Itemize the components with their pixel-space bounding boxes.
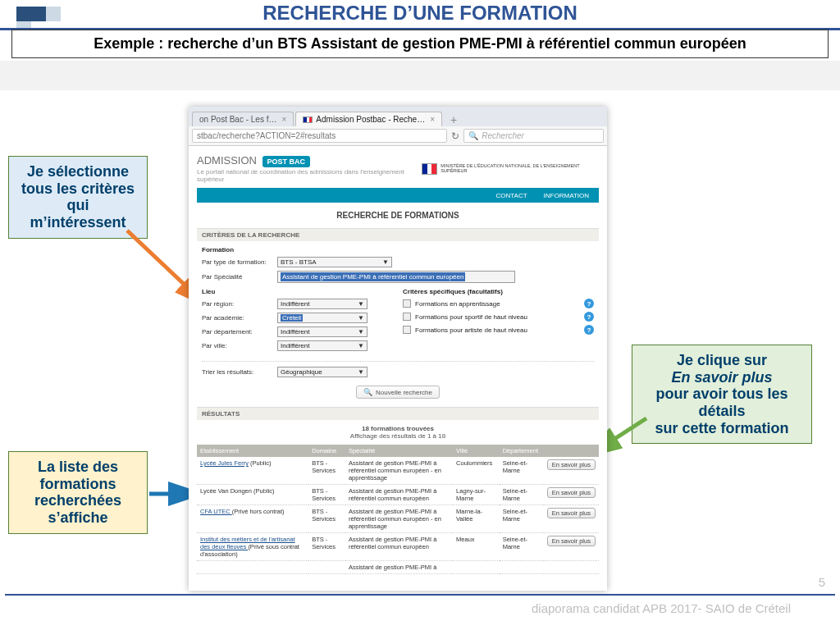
chevron-down-icon: ▼ [358,300,364,308]
slide-footer: diaporama candidat APB 2017- SAIO de Cré… [532,601,791,615]
en-savoir-plus-button[interactable]: En savoir plus [547,487,596,498]
select-value: Géographique [281,368,322,376]
chevron-down-icon: ▼ [358,368,364,376]
formation-label: Formation [202,246,594,253]
slide-title: RECHERCHE D’UNE FORMATION [0,0,840,30]
browser-tab-inactive[interactable]: on Post Bac - Les f… × [192,112,294,126]
background-bar [0,61,840,90]
label-departement: Par département: [202,328,277,336]
table-row: Lycée Jules Ferry (Public)BTS - Services… [197,457,599,485]
cell-domaine: BTS - Services [308,505,345,533]
table-row: Assistant de gestion PME-PMI à [197,561,599,574]
table-row: Institut des métiers et de l'artisanat d… [197,533,599,561]
search-form: Formation Par type de formation: BTS - B… [197,241,599,407]
info-icon[interactable]: ? [584,299,594,308]
select-ville[interactable]: Indifférent▼ [277,340,368,351]
cell-departement: Seine-et-Marne [500,505,544,533]
url-field[interactable]: stbac/recherche?ACTION=2#resultats [192,129,447,143]
slide-subtitle: Exemple : recherche d’un BTS Assistant d… [11,30,829,58]
nouvelle-recherche-button[interactable]: 🔍 Nouvelle recherche [356,386,440,399]
col-departement: Département [500,445,544,457]
flag-icon [422,163,437,175]
label-type-formation: Par type de formation: [202,258,277,266]
etablissement-link[interactable]: CFA UTEC [200,508,232,515]
en-savoir-plus-button[interactable]: En savoir plus [547,536,596,546]
logo-text: ADMISSION [197,154,257,167]
select-academie[interactable]: Créteil▼ [277,313,368,323]
etablissement-link[interactable]: Lycée Jules Ferry [200,459,249,467]
select-tri[interactable]: Géographique▼ [277,367,368,377]
info-icon[interactable]: ? [584,325,594,335]
new-tab-button[interactable]: + [444,113,463,126]
nav-contact[interactable]: CONTACT [496,192,527,199]
checkbox-icon [403,299,411,308]
nav-information[interactable]: INFORMATION [544,192,589,199]
cell-etablissement: Institut des métiers et de l'artisanat d… [197,533,308,561]
button-label: Nouvelle recherche [376,389,432,396]
info-icon[interactable]: ? [584,312,594,322]
cell-specialite: Assistant de gestion PME-PMI à référenti… [345,505,453,533]
results-count: 18 formations trouvées [197,425,599,432]
cell-departement: Seine-et-Marne [500,533,544,561]
criteria-header: CRITÈRES DE LA RECHERCHE [197,228,599,241]
cell-action: En savoir plus [544,505,599,533]
browser-screenshot: on Post Bac - Les f… × Admission Postbac… [189,107,607,591]
cell-action: En savoir plus [544,485,599,505]
select-region[interactable]: Indifférent▼ [277,299,368,309]
page-heading: RECHERCHE DE FORMATIONS [197,203,599,228]
label-academie: Par académie: [202,314,277,322]
checkbox-label: Formations en apprentissage [415,300,500,308]
url-bar: stbac/recherche?ACTION=2#resultats ↻ 🔍 R… [189,126,607,146]
cell-domaine: BTS - Services [308,533,345,561]
cell-departement: Seine-et-Marne [500,457,544,485]
checkbox-artiste[interactable]: Formations pour artiste de haut niveau? [403,325,594,335]
browser-tab-active[interactable]: Admission Postbac - Reche… × [295,112,442,126]
results-table: Etablissement Domaine Spécialité Ville D… [197,445,599,574]
ministry-text: MINISTÈRE DE L'ÉDUCATION NATIONALE, DE L… [441,164,599,173]
select-value: Indifférent [281,342,309,349]
cell-departement [500,561,544,574]
label-specialite: Par Spécialité [202,273,277,281]
select-value: Assistant de gestion PME-PMI à référenti… [281,272,465,281]
etablissement-link[interactable]: Institut des métiers et de l'artisanat d… [200,536,295,550]
callout-text: Je clique sur [677,352,767,368]
criteres-facultatifs-label: Critères spécifiques (facultatifs) [403,288,594,295]
results-summary: 18 formations trouvées Affichage des rés… [197,420,599,445]
col-ville: Ville [453,445,500,457]
callout-results-list: La liste des formations recherchées s’af… [8,451,148,534]
search-placeholder: Rechercher [482,131,524,140]
select-departement[interactable]: Indifférent▼ [277,326,368,337]
select-specialite[interactable]: Assistant de gestion PME-PMI à référenti… [277,271,515,283]
search-field[interactable]: 🔍 Rechercher [463,129,604,143]
cell-domaine: BTS - Services [308,457,345,485]
callout-text: sur cette formation [655,420,788,436]
en-savoir-plus-button[interactable]: En savoir plus [547,508,596,518]
en-savoir-plus-button[interactable]: En savoir plus [547,459,596,470]
search-icon: 🔍 [468,131,478,140]
cell-etablissement: Lycée Jules Ferry (Public) [197,457,308,485]
cell-domaine [308,561,345,574]
select-value: Indifférent [281,328,309,336]
results-header: RÉSULTATS [197,407,599,420]
cell-specialite: Assistant de gestion PME-PMI à [345,561,453,574]
reload-icon[interactable]: ↻ [447,130,463,142]
cell-etablissement [197,561,308,574]
cell-ville: Marne-la-Vallée [453,505,500,533]
checkbox-sportif[interactable]: Formations pour sportif de haut niveau? [403,312,594,322]
close-icon[interactable]: × [430,115,435,124]
select-value: Indifférent [281,300,309,308]
select-type-formation[interactable]: BTS - BTSA▼ [277,257,392,267]
cell-ville: Coulommiers [453,457,500,485]
col-action [544,445,599,457]
site-logo: ADMISSION POST BAC [197,154,310,167]
cell-departement: Seine-et-Marne [500,485,544,505]
cell-specialite: Assistant de gestion PME-PMI à référenti… [345,457,453,485]
checkbox-label: Formations pour sportif de haut niveau [415,313,527,321]
checkbox-apprentissage[interactable]: Formations en apprentissage? [403,299,594,308]
close-icon[interactable]: × [282,115,287,124]
tab-label: on Post Bac - Les f… [199,115,277,124]
col-domaine: Domaine [308,445,345,457]
site-header: ADMISSION POST BAC Le portail national d… [197,151,599,185]
select-value: Créteil [281,314,303,322]
site-subtitle: Le portail national de coordination des … [197,168,422,183]
